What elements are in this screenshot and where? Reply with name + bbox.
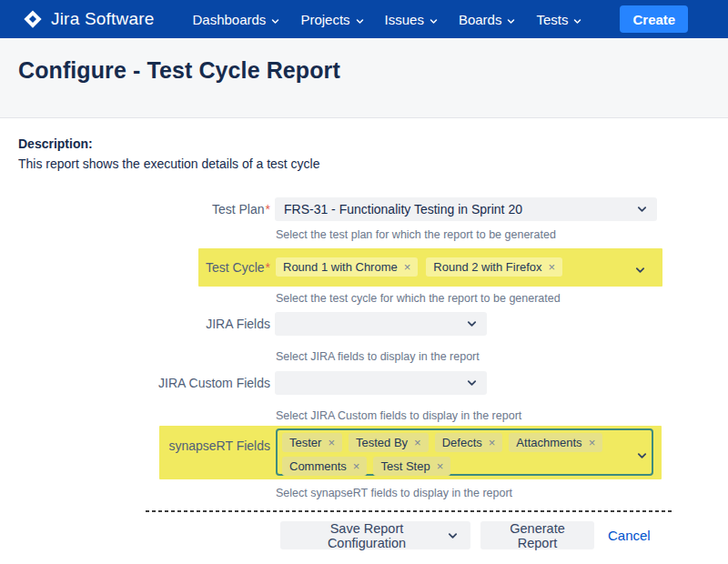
selected-chip: Tester × (282, 433, 342, 452)
chip-label: Comments (289, 459, 347, 473)
jira-software-logo[interactable]: Jira Software (23, 9, 154, 29)
remove-chip-icon[interactable]: × (589, 437, 596, 448)
nav-item-label: Projects (300, 12, 349, 27)
chevron-down-icon[interactable] (635, 261, 645, 277)
test-plan-select[interactable]: FRS-31 - Functionality Testing in Sprint… (275, 197, 657, 221)
remove-chip-icon[interactable]: × (437, 460, 444, 472)
remove-chip-icon[interactable]: × (353, 460, 360, 472)
brand-name: Jira Software (51, 9, 154, 29)
chevron-down-icon (430, 12, 438, 27)
selected-chip: Test Step × (373, 457, 450, 476)
remove-chip-icon[interactable]: × (328, 437, 335, 448)
chevron-down-icon (448, 532, 458, 539)
chevron-down-icon[interactable] (637, 447, 647, 463)
test-cycle-label: Test Cycle* (0, 256, 270, 279)
nav-item-label: Issues (385, 12, 424, 27)
chevron-down-icon (467, 320, 487, 327)
selected-chip: Round 2 with Firefox × (426, 257, 562, 277)
jira-fields-select[interactable] (275, 312, 487, 336)
chevron-down-icon (507, 12, 515, 27)
generate-button-label: Generate Report (493, 521, 581, 550)
remove-chip-icon[interactable]: × (404, 261, 411, 273)
jira-custom-fields-select[interactable] (275, 371, 487, 395)
nav-item-label: Dashboards (192, 12, 266, 27)
save-report-configuration-button[interactable]: Save Report Configuration (280, 521, 470, 549)
jira-logo-icon (23, 9, 43, 29)
jira-custom-fields-help: Select JIRA Custom fields to display in … (276, 409, 521, 422)
nav-item-boards[interactable]: Boards (459, 12, 516, 27)
required-asterisk: * (266, 202, 270, 217)
label-text: Test Cycle (206, 260, 265, 275)
jira-fields-label: JIRA Fields (0, 312, 270, 336)
test-plan-value: FRS-31 - Functionality Testing in Sprint… (275, 202, 637, 217)
chevron-down-icon (637, 206, 657, 213)
chevron-down-icon (271, 12, 279, 27)
dashed-divider (146, 510, 673, 512)
chevron-down-icon (467, 379, 487, 387)
synapsert-fields-help: Select synapseRT fields to display in th… (276, 487, 512, 499)
chevron-down-icon (573, 12, 581, 27)
synapsert-fields-multiselect[interactable]: Tester × Tested By × Defects × Attachmen… (276, 428, 653, 476)
label-text: JIRA Custom Fields (158, 376, 270, 390)
test-plan-help: Select the test plan for which the repor… (276, 228, 556, 241)
top-navbar: Jira Software Dashboards Projects Issues… (0, 0, 728, 38)
remove-chip-icon[interactable]: × (414, 437, 421, 448)
page-title: Configure - Test Cycle Report (18, 57, 340, 84)
jira-custom-fields-label: JIRA Custom Fields (0, 371, 270, 395)
label-text: Test Plan (212, 202, 265, 217)
test-cycle-multiselect[interactable]: Round 1 with Chrome × Round 2 with Firef… (276, 257, 562, 277)
selected-chip: Comments × (282, 457, 367, 476)
jira-fields-help: Select JIRA fields to display in the rep… (276, 350, 480, 363)
chip-label: Round 2 with Firefox (433, 260, 541, 274)
chip-label: Tester (289, 436, 321, 449)
selected-chip: Round 1 with Chrome × (276, 257, 418, 277)
synapsert-fields-label: synapseRT Fields (0, 434, 270, 458)
cancel-link[interactable]: Cancel (608, 528, 651, 543)
selected-chip: Attachments × (509, 433, 602, 452)
nav-item-tests[interactable]: Tests (536, 12, 581, 27)
nav-item-issues[interactable]: Issues (385, 12, 438, 27)
remove-chip-icon[interactable]: × (489, 437, 496, 448)
label-text: JIRA Fields (206, 317, 270, 331)
nav-item-label: Boards (459, 12, 502, 27)
nav-item-dashboards[interactable]: Dashboards (192, 12, 279, 27)
chip-label: Defects (442, 436, 482, 449)
selected-chip: Tested By × (349, 433, 429, 452)
create-button[interactable]: Create (620, 5, 688, 33)
selected-chip: Defects × (435, 433, 503, 452)
description-text: This report shows the execution details … (18, 156, 320, 171)
configure-test-cycle-report-page: Jira Software Dashboards Projects Issues… (0, 0, 728, 564)
test-plan-label: Test Plan* (0, 197, 270, 221)
nav-menu: Dashboards Projects Issues Boards Tests … (192, 5, 688, 33)
test-cycle-help: Select the test cycle for which the repo… (276, 292, 561, 305)
page-header-band: Configure - Test Cycle Report (0, 38, 728, 118)
chevron-down-icon (356, 12, 364, 27)
description-heading: Description: (18, 136, 93, 151)
chip-label: Round 1 with Chrome (283, 260, 398, 274)
nav-item-projects[interactable]: Projects (300, 12, 363, 27)
nav-item-label: Tests (536, 12, 568, 27)
chip-label: Test Step (380, 459, 430, 473)
generate-report-button[interactable]: Generate Report (480, 521, 594, 549)
remove-chip-icon[interactable]: × (549, 261, 556, 273)
save-button-label: Save Report Configuration (293, 521, 440, 550)
chip-label: Attachments (516, 436, 581, 449)
required-asterisk: * (266, 260, 270, 275)
chip-label: Tested By (356, 436, 408, 449)
label-text: synapseRT Fields (168, 438, 270, 453)
